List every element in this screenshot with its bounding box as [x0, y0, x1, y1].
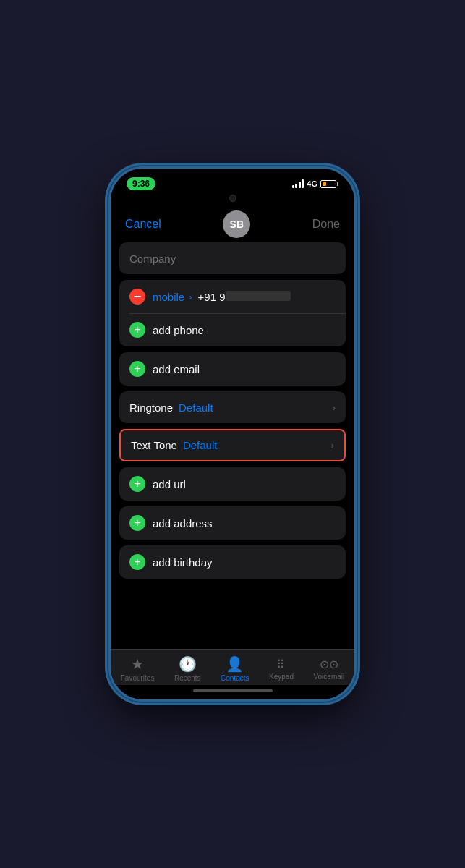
tab-bar: ★ Favourites 🕐 Recents 👤 Contacts ⠿ Keyp… [111, 649, 354, 685]
home-indicator [111, 685, 354, 699]
add-address-label: add address [153, 517, 213, 529]
done-button[interactable]: Done [312, 218, 340, 231]
add-phone-row[interactable]: add phone [119, 313, 346, 346]
content: mobile › +91 9 add phone add email [111, 242, 354, 649]
add-address-row[interactable]: add address [119, 506, 346, 540]
add-address-icon[interactable] [129, 515, 145, 531]
screen: 9:36 4G Cancel SB Done [111, 169, 354, 699]
ringtone-label: Ringtone [129, 401, 173, 414]
keypad-label: Keypad [269, 673, 294, 681]
tab-voicemail[interactable]: ⊙⊙ Voicemail [313, 658, 344, 681]
recents-icon: 🕐 [179, 655, 197, 673]
tab-keypad[interactable]: ⠿ Keypad [269, 658, 294, 681]
add-email-row[interactable]: add email [119, 352, 346, 386]
add-birthday-icon[interactable] [129, 554, 145, 570]
battery-tip [337, 182, 338, 186]
add-phone-icon[interactable] [129, 322, 145, 338]
avatar: SB [223, 210, 250, 238]
add-phone-label: add phone [153, 324, 204, 336]
birthday-section: add birthday [119, 545, 346, 579]
network-label: 4G [307, 179, 317, 188]
nav-bar: Cancel SB Done [111, 205, 354, 242]
ringtone-chevron-icon: › [333, 402, 336, 413]
redacted-number [226, 291, 291, 301]
text-tone-value: Default [183, 439, 218, 451]
add-email-icon[interactable] [129, 361, 145, 377]
status-time: 9:36 [127, 177, 155, 190]
add-url-icon[interactable] [129, 476, 145, 492]
add-birthday-label: add birthday [153, 556, 213, 569]
keypad-icon: ⠿ [276, 658, 286, 671]
phone-frame: 9:36 4G Cancel SB Done [108, 166, 357, 702]
tab-favourites[interactable]: ★ Favourites [121, 655, 155, 682]
favourites-label: Favourites [121, 674, 155, 682]
remove-phone-button[interactable] [129, 289, 145, 305]
contacts-label: Contacts [221, 674, 249, 682]
phone-section: mobile › +91 9 add phone [119, 280, 346, 346]
voicemail-icon: ⊙⊙ [320, 658, 338, 671]
ringtone-value: Default [179, 401, 213, 414]
status-right: 4G [292, 179, 338, 188]
add-url-row[interactable]: add url [119, 467, 346, 501]
camera-area [111, 193, 354, 205]
ringtone-row[interactable]: Ringtone Default › [119, 391, 346, 423]
signal-bars [292, 179, 304, 188]
battery-fill [323, 182, 327, 186]
address-section: add address [119, 506, 346, 540]
mobile-row: mobile › +91 9 [119, 280, 346, 313]
battery [320, 180, 338, 188]
text-tone-chevron-icon: › [331, 440, 334, 451]
mobile-label: mobile [153, 291, 184, 303]
url-section: add url [119, 467, 346, 501]
add-email-label: add email [153, 363, 200, 375]
cancel-button[interactable]: Cancel [125, 218, 161, 231]
company-input[interactable] [129, 252, 336, 265]
add-url-label: add url [153, 478, 186, 490]
add-birthday-row[interactable]: add birthday [119, 545, 346, 579]
phone-number-field[interactable]: +91 9 [198, 291, 336, 303]
text-tone-row[interactable]: Text Tone Default › [119, 429, 346, 461]
status-bar: 9:36 4G [111, 169, 354, 193]
camera-dot [229, 195, 236, 202]
text-tone-label: Text Tone [131, 439, 177, 451]
tab-contacts[interactable]: 👤 Contacts [221, 655, 249, 682]
contacts-icon: 👤 [226, 655, 244, 673]
recents-label: Recents [174, 674, 201, 682]
mobile-chevron-icon[interactable]: › [189, 292, 192, 302]
tab-recents[interactable]: 🕐 Recents [174, 655, 201, 682]
company-section [119, 242, 346, 274]
battery-body [320, 180, 336, 188]
ringtone-section: Ringtone Default › [119, 391, 346, 423]
email-section: add email [119, 352, 346, 386]
favourites-icon: ★ [131, 655, 144, 673]
company-row[interactable] [119, 242, 346, 274]
voicemail-label: Voicemail [313, 673, 344, 681]
home-bar [193, 689, 273, 692]
